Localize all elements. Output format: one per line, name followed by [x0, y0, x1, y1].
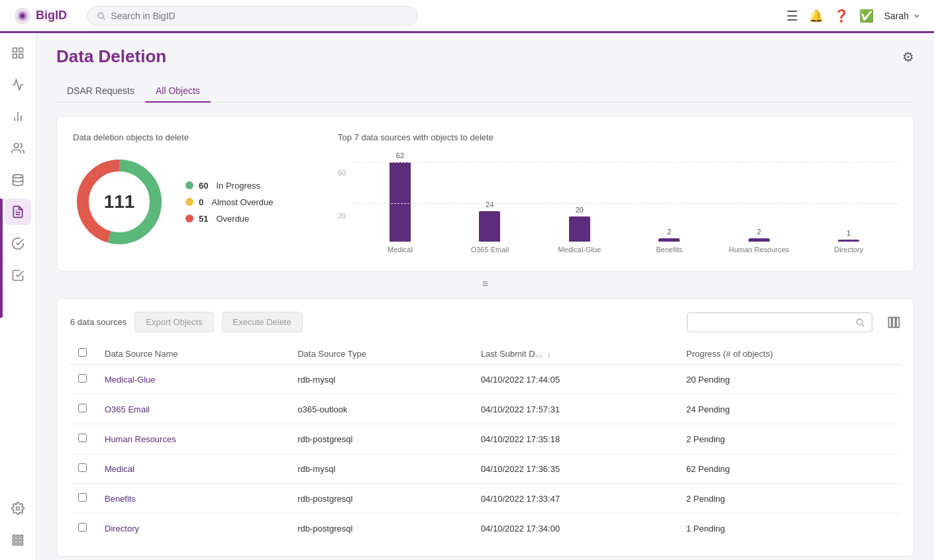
bar-value-o365: 24 [486, 201, 493, 209]
bar-group-directory: 1 [807, 229, 891, 242]
sidebar-item-apps[interactable] [5, 527, 31, 553]
tab-dsar-requests[interactable]: DSAR Requests [56, 80, 145, 103]
svg-rect-18 [17, 536, 19, 537]
legend-label-overdue: Overdue [216, 214, 249, 224]
row-checkbox-4[interactable] [78, 493, 87, 502]
bar-group-medical: 62 [358, 152, 442, 242]
legend-count-almostoverdue: 0 [199, 197, 203, 207]
x-label-medical: Medical [358, 246, 442, 254]
active-indicator [0, 199, 3, 318]
tab-all-objects[interactable]: All Objects [145, 80, 211, 103]
sidebar-item-dashboard[interactable] [5, 40, 31, 66]
main-content: Data Deletion ⚙ DSAR Requests All Object… [36, 33, 934, 560]
datasource-link-0[interactable]: Medical-Glue [105, 375, 156, 385]
header-last-submit: Last Submit D... ↓ [473, 343, 678, 365]
row-checkbox-0[interactable] [78, 374, 87, 383]
datasource-link-1[interactable]: O365 Email [105, 404, 150, 414]
header-datasource-name: Data Source Name [97, 343, 289, 365]
row-checkbox-2[interactable] [78, 434, 87, 442]
export-objects-button[interactable]: Export Objects [134, 312, 213, 332]
svg-rect-20 [13, 539, 15, 541]
sidebar-item-reports[interactable] [5, 103, 31, 130]
search-bar[interactable] [87, 6, 418, 26]
x-label-o365: O365 Email [448, 246, 532, 254]
header-checkbox [70, 343, 97, 365]
sidebar-item-people[interactable] [5, 135, 31, 162]
legend-dot-overdue [185, 214, 193, 222]
y-label-20: 20 [338, 212, 346, 220]
donut-legend: 60 In Progress 0 Almost Overdue 51 [185, 181, 273, 224]
svg-rect-31 [889, 317, 892, 327]
user-avatar[interactable]: Sarah [884, 11, 921, 21]
bar-o365 [479, 211, 500, 242]
header-progress: Progress (# of objects) [678, 343, 900, 365]
datasource-link-5[interactable]: Directory [105, 524, 139, 534]
table-row: Medical rdb-mysql 04/10/2022 17:36:35 62… [70, 454, 900, 484]
table-header-row: Data Source Name Data Source Type Last S… [70, 343, 900, 365]
bar-value-medicalglue: 20 [576, 206, 584, 214]
check-icon[interactable]: ✅ [859, 9, 874, 23]
chart-expand-icon[interactable]: ≡ [482, 278, 488, 290]
svg-point-12 [14, 144, 19, 148]
datasource-type-4: rdb-postgresql [289, 484, 473, 514]
svg-rect-33 [896, 317, 899, 327]
donut-total: 111 [104, 191, 135, 212]
page-settings-icon[interactable]: ⚙ [902, 49, 914, 65]
bar-directory [838, 240, 859, 242]
sort-arrow-icon[interactable]: ↓ [547, 350, 551, 358]
datasource-date-0: 04/10/2022 17:44:05 [473, 365, 678, 395]
bar-benefits [658, 238, 680, 242]
sidebar-item-analytics[interactable] [5, 71, 31, 98]
sidebar-item-settings[interactable] [5, 495, 31, 522]
bar-section: Top 7 data sources with objects to delet… [338, 132, 898, 255]
execute-delete-button[interactable]: Execute Delete [222, 312, 303, 332]
svg-point-3 [98, 13, 103, 18]
sidebar-item-tasks[interactable] [5, 199, 31, 225]
datasource-link-2[interactable]: Human Resources [105, 434, 176, 444]
tabs: DSAR Requests All Objects [56, 80, 914, 103]
sidebar-item-catalog[interactable] [5, 167, 31, 193]
legend-item-inprogress: 60 In Progress [185, 181, 273, 191]
x-label-directory: Directory [807, 246, 891, 254]
svg-point-16 [17, 507, 20, 510]
legend-count-inprogress: 60 [199, 181, 208, 191]
hamburger-icon[interactable]: ☰ [786, 8, 798, 24]
svg-rect-25 [21, 543, 23, 545]
table-row: Medical-Glue rdb-mysql 04/10/2022 17:44:… [70, 365, 900, 395]
svg-point-29 [857, 319, 863, 325]
table-toolbar: 6 data sources Export Objects Execute De… [70, 312, 900, 332]
datasource-date-2: 04/10/2022 17:35:18 [473, 424, 678, 454]
column-settings-icon[interactable] [887, 316, 900, 329]
search-input[interactable] [111, 11, 408, 21]
y-label-60: 60 [338, 169, 346, 177]
notification-icon[interactable]: 🔔 [809, 9, 823, 23]
datasource-type-0: rdb-mysql [289, 365, 473, 395]
datasource-link-3[interactable]: Medical [105, 464, 134, 474]
row-checkbox-1[interactable] [78, 404, 87, 412]
help-icon[interactable]: ❓ [834, 9, 849, 23]
table-search-input[interactable] [694, 317, 850, 327]
table-search-icon [855, 317, 865, 328]
datasource-progress-0: 20 Pending [678, 365, 900, 395]
sidebar-item-investigation[interactable] [5, 230, 31, 257]
bar-medicalglue [569, 216, 590, 242]
chevron-down-icon [913, 12, 921, 20]
legend-dot-almostoverdue [185, 198, 193, 206]
datasource-link-4[interactable]: Benefits [105, 494, 136, 504]
sidebar-item-compliance[interactable] [5, 262, 31, 289]
select-all-checkbox[interactable] [78, 348, 87, 357]
bar-value-humanresources: 2 [757, 228, 761, 236]
datasource-progress-5: 1 Pending [678, 514, 900, 543]
row-checkbox-3[interactable] [78, 463, 87, 472]
grid-line-60 [351, 162, 898, 163]
bar-value-medical: 62 [396, 152, 404, 160]
bar-group-o365: 24 [448, 201, 532, 242]
table-row: Human Resources rdb-postgresql 04/10/202… [70, 424, 900, 454]
row-checkbox-5[interactable] [78, 523, 87, 532]
bar-medical [389, 162, 411, 242]
page-header: Data Deletion ⚙ [56, 46, 914, 67]
x-label-humanresources: Human Resources [717, 246, 801, 254]
svg-point-13 [13, 175, 23, 178]
datasource-type-5: rdb-postgresql [289, 514, 473, 543]
table-search-wrap[interactable] [687, 312, 872, 332]
